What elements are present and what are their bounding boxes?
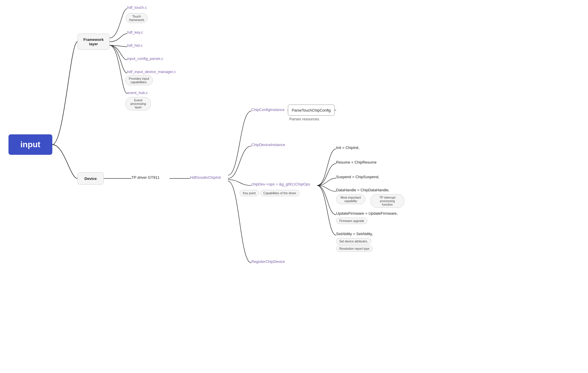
- capabilities-bubble: Capabilities of the driver: [260, 190, 300, 196]
- chipdev-ops-label: chipDev->ops = &g_gt911ChipOps: [251, 182, 310, 186]
- event-processing-bubble: Event processing layer: [126, 97, 151, 110]
- register-chip-label: RegisterChipDevice: [251, 259, 285, 264]
- hdf-key-label: hdf_key.c: [127, 30, 143, 34]
- root-label: input: [20, 140, 40, 149]
- update-firmware-label: UpdateFirmware = UpdateFirmware,: [336, 211, 398, 216]
- event-hub-label: event_hub.c: [127, 91, 148, 95]
- touch-framework-bubble: Touch framework: [126, 13, 148, 23]
- provides-input-bubble: Provides input capabilities.: [125, 75, 153, 85]
- hdf-touch-label: hdf_touch.c: [127, 5, 147, 10]
- tp-interrupt-bubble: TP interrupt processing function: [371, 194, 404, 208]
- hdf-goodix-label: HdfGoodixChipInit: [190, 175, 221, 180]
- data-handle-label: DataHandle = ChipDataHandle,: [336, 188, 389, 192]
- chip-config-label: ChipConfigInstance: [251, 107, 284, 112]
- chip-device-label: ChipDeviceInstance: [251, 143, 285, 147]
- resume-label: Resume = ChipResume: [336, 160, 376, 164]
- most-important-bubble: Most important capability: [336, 194, 365, 204]
- parse-touch-label: ParseTouchChipConfig: [292, 108, 331, 112]
- parses-resources-label: Parses resources.: [289, 117, 320, 121]
- tp-driver-label: TP driver GT911: [132, 175, 160, 180]
- hdf-hid-label: hdf_hid.c: [127, 43, 143, 48]
- firmware-upgrade-bubble: Firmware upgrade: [336, 218, 367, 224]
- parse-touch-node: ParseTouchChipConfig: [288, 105, 335, 116]
- framework-node: Framework layer: [77, 34, 110, 50]
- mind-map-canvas: input Framework layer Device hdf_touch.c…: [0, 0, 588, 373]
- set-device-bubble: Set device attributes.: [336, 238, 371, 244]
- device-label: Device: [84, 176, 97, 181]
- key-point-bubble: Key point: [240, 190, 259, 196]
- set-ability-label: SetAbility = SetAbility,: [336, 232, 373, 236]
- hdf-input-device-label: hdf_input_device_manager.c: [127, 70, 176, 74]
- device-node: Device: [77, 172, 104, 185]
- root-node: input: [8, 134, 52, 155]
- framework-label: Framework layer: [83, 37, 103, 46]
- init-label: Init = ChipInit,: [336, 145, 359, 150]
- connection-lines: [0, 0, 588, 373]
- resolution-report-bubble: Resolution report type: [336, 245, 373, 252]
- suspend-label: Suspend = ChipSuspend,: [336, 175, 379, 179]
- input-config-label: input_config_parser.c: [127, 56, 163, 61]
